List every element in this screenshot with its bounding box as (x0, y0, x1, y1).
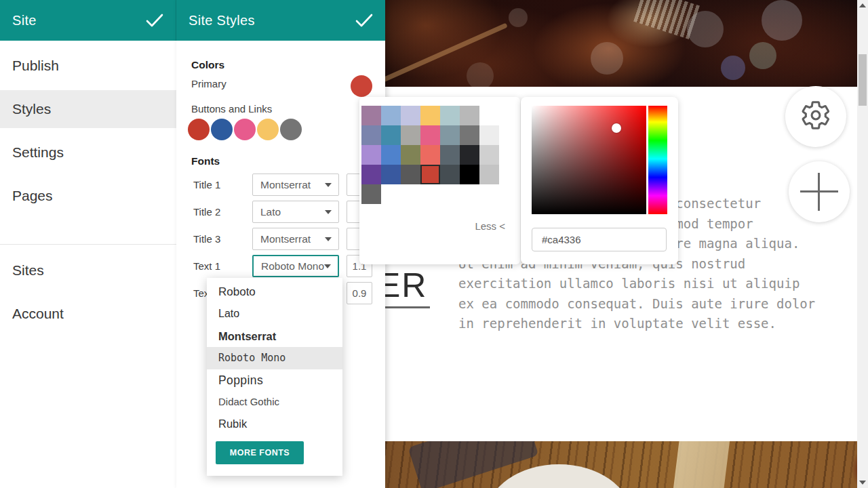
font-option-lato[interactable]: Lato (207, 303, 342, 325)
plus-icon (800, 173, 838, 211)
swatch[interactable] (381, 106, 401, 125)
white-bowl (487, 464, 631, 488)
color-picker-popup (521, 97, 678, 264)
chevron-down-icon (325, 210, 332, 214)
font-size-input-text2[interactable] (347, 282, 372, 304)
font-row-label-title3: Title 3 (193, 233, 220, 245)
swatch[interactable] (361, 145, 381, 165)
swatch[interactable] (401, 106, 420, 125)
block-settings-button[interactable] (785, 86, 846, 147)
font-dropdown-menu: Roboto Lato Montserrat Roboto Mono Poppi… (207, 278, 342, 476)
swatch[interactable] (401, 145, 420, 165)
font-select-value: Montserrat (260, 179, 311, 191)
font-row-label-text1: Text 1 (193, 260, 220, 272)
color-swatch-popup: Less < (359, 97, 520, 264)
button-color-swatch[interactable] (211, 119, 233, 140)
swatch[interactable] (420, 106, 440, 125)
less-toggle-link[interactable]: Less < (475, 220, 505, 232)
preview-scrollbar[interactable] (857, 0, 868, 488)
bokeh-light (721, 56, 745, 80)
font-option-montserrat[interactable]: Montserrat (207, 325, 342, 347)
swatch[interactable] (420, 125, 440, 145)
sidebar-item-sites[interactable]: Sites (0, 259, 176, 282)
font-select-title3[interactable]: Montserrat (252, 228, 339, 250)
swatch[interactable] (420, 165, 440, 184)
font-select-text1[interactable]: Roboto Mono (252, 255, 339, 277)
swatch[interactable] (479, 125, 499, 145)
hero-image-block[interactable] (385, 0, 857, 87)
sidebar-item-publish[interactable]: Publish (0, 54, 176, 77)
color-swatch-grid (361, 106, 499, 204)
site-styles-header[interactable]: Site Styles (176, 0, 385, 41)
scroll-up-icon[interactable] (859, 3, 866, 7)
swatch[interactable] (381, 165, 401, 184)
primary-color-swatch[interactable] (351, 75, 372, 97)
swatch[interactable] (381, 125, 401, 145)
swatch[interactable] (440, 125, 460, 145)
saturation-value-area[interactable] (532, 106, 646, 214)
sidebar-item-settings[interactable]: Settings (0, 141, 176, 164)
chevron-down-icon (324, 264, 331, 268)
sidebar-item-account[interactable]: Account (0, 302, 176, 325)
wood-dark-edge (823, 441, 857, 488)
swatch[interactable] (420, 145, 440, 165)
button-color-swatch[interactable] (280, 119, 302, 140)
button-color-swatch[interactable] (257, 119, 279, 140)
sidebar-item-pages[interactable]: Pages (0, 184, 176, 207)
site-header[interactable]: Site (0, 0, 176, 41)
swatch[interactable] (361, 125, 381, 145)
font-row-label-title2: Title 2 (193, 206, 220, 218)
site-styles-title: Site Styles (189, 13, 255, 28)
picker-handle[interactable] (612, 123, 621, 133)
bokeh-light (687, 11, 724, 47)
bokeh-light (591, 42, 623, 75)
light-plank (671, 441, 730, 488)
font-select-value: Roboto Mono (261, 260, 324, 272)
font-option-didact-gothic[interactable]: Didact Gothic (207, 391, 342, 413)
swatch[interactable] (460, 106, 479, 125)
scrollbar-thumb[interactable] (859, 54, 867, 106)
scroll-down-icon[interactable] (859, 481, 866, 485)
primary-color-label: Primary (191, 78, 226, 89)
swatch[interactable] (361, 106, 381, 125)
swatch[interactable] (401, 125, 420, 145)
bottom-image-block[interactable] (385, 441, 857, 488)
button-color-swatch[interactable] (234, 119, 256, 140)
swatch[interactable] (460, 125, 479, 145)
font-select-value: Lato (260, 206, 281, 218)
check-icon[interactable] (355, 13, 373, 28)
font-select-title1[interactable]: Montserrat (252, 174, 339, 196)
swatch[interactable] (440, 145, 460, 165)
font-select-title2[interactable]: Lato (252, 201, 339, 223)
swatch[interactable] (361, 184, 381, 204)
hex-color-input[interactable] (532, 228, 667, 251)
swatch[interactable] (361, 165, 381, 184)
swatch[interactable] (381, 145, 401, 165)
font-option-roboto-mono[interactable]: Roboto Mono (207, 347, 342, 369)
gear-icon (800, 100, 831, 134)
button-color-swatch[interactable] (188, 119, 210, 140)
site-header-title: Site (12, 13, 37, 28)
chevron-down-icon (325, 237, 332, 241)
hue-slider[interactable] (648, 106, 667, 214)
check-icon[interactable] (146, 13, 163, 28)
swatch[interactable] (479, 145, 499, 165)
font-option-roboto[interactable]: Roboto (207, 281, 342, 303)
swatch[interactable] (479, 165, 499, 184)
more-fonts-button[interactable]: MORE FONTS (216, 441, 304, 464)
swatch[interactable] (440, 165, 460, 184)
add-block-button[interactable] (789, 161, 850, 222)
app-window: ER Lorem ipsum dolor sit amet, consectet… (0, 0, 868, 488)
sidebar-item-styles[interactable]: Styles (0, 90, 176, 128)
swatch[interactable] (460, 165, 479, 184)
buttons-color-row (188, 119, 302, 140)
swatch[interactable] (460, 145, 479, 165)
fonts-section-label: Fonts (191, 155, 220, 167)
bokeh-light (749, 42, 776, 69)
font-option-rubik[interactable]: Rubik (207, 413, 342, 434)
colors-section-label: Colors (191, 59, 224, 71)
swatch[interactable] (440, 106, 460, 125)
font-option-poppins[interactable]: Poppins (207, 369, 342, 391)
chevron-down-icon (325, 183, 332, 187)
swatch[interactable] (401, 165, 420, 184)
